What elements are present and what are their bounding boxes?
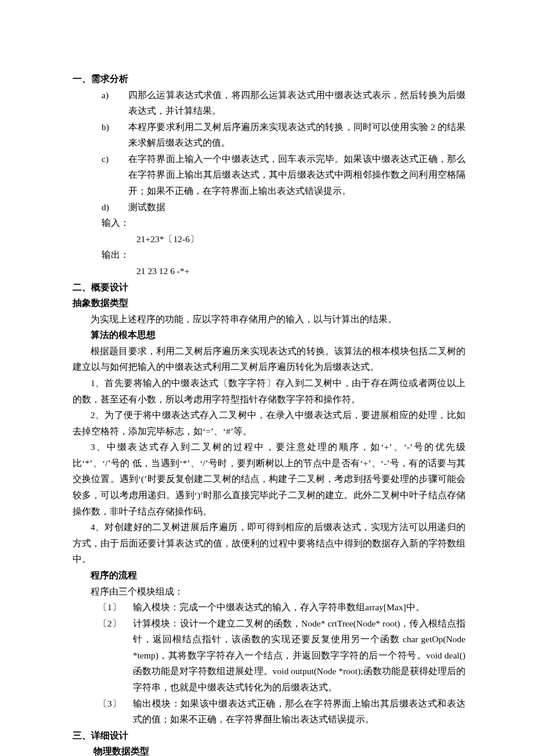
item-marker: 〔2〕 — [98, 615, 133, 696]
list-item: a) 四那么运算表达式求值，将四那么运算表达式用中缀表达式表示，然后转换为后缀表… — [102, 87, 466, 119]
list-item: b) 本程序要求利用二叉树后序遍历来实现表达式的转换，同时可以使用实验 2 的结… — [102, 119, 466, 151]
io-block: 输出： — [73, 247, 466, 263]
section-1-list: a) 四那么运算表达式求值，将四那么运算表达式用中缀表达式表示，然后转换为后缀表… — [73, 87, 466, 215]
paragraph: 根据题目要求，利用二叉树后序遍历来实现表达式的转换。该算法的根本模块包括二叉树的… — [73, 343, 466, 375]
page-footer: 2 / 11 — [0, 711, 534, 726]
item-marker: 〔1〕 — [98, 599, 133, 615]
module-item: 〔2〕 计算模块：设计一个建立二叉树的函数，Node* crtTree(Node… — [73, 615, 466, 696]
item-marker: c) — [102, 151, 128, 199]
paragraph: 1、首先要将输入的中缀表达式〔数字字符〕存入到二叉树中，由于存在两位或者两位以上… — [73, 375, 466, 407]
input-label: 输入： — [102, 215, 466, 231]
module-item: 〔1〕 输入模块：完成一个中缀表达式的输入，存入字符串数组array[Max]中… — [73, 599, 466, 615]
item-marker: a) — [102, 87, 128, 119]
input-value: 21+23*〔12-6〕 — [73, 231, 466, 247]
item-text: 测试数据 — [128, 199, 466, 215]
item-text: 四那么运算表达式求值，将四那么运算表达式用中缀表达式表示，然后转换为后缀表达式，… — [128, 87, 466, 119]
page: 一、需求分析 a) 四那么运算表达式求值，将四那么运算表达式用中缀表达式表示，然… — [0, 0, 534, 756]
list-item: d) 测试数据 — [102, 199, 466, 215]
subsection-flow-title: 程序的流程 — [73, 567, 466, 584]
item-text: 输入模块：完成一个中缀表达式的输入，存入字符串数组array[Max]中。 — [133, 599, 466, 615]
item-text: 计算模块：设计一个建立二叉树的函数，Node* crtTree(Node* ro… — [133, 615, 466, 696]
subsection-algo-title: 算法的根本思想 — [73, 327, 466, 343]
section-2-title: 二、概要设计 — [73, 279, 466, 296]
list-item: c) 在字符界面上输入一个中缀表达式，回车表示完毕。如果该中缀表达式正确，那么在… — [102, 151, 466, 199]
item-text: 在字符界面上输入一个中缀表达式，回车表示完毕。如果该中缀表达式正确，那么在字符界… — [128, 151, 466, 199]
paragraph: 程序由三个模块组成： — [73, 584, 466, 600]
paragraph: 4、对创建好的二叉树进展后序遍历，即可得到相应的后缀表达式，实现方法可以用递归的… — [73, 519, 466, 567]
item-marker: d) — [102, 199, 128, 215]
item-marker: b) — [102, 119, 128, 151]
paragraph: 3、中缀表达式存入到二叉树的过程中，要注意处理的顺序，如‘+’、‘-’号的优先级… — [73, 439, 466, 519]
item-text: 本程序要求利用二叉树后序遍历来实现表达式的转换，同时可以使用实验 2 的结果来求… — [128, 119, 466, 151]
subsection-adt-title: 抽象数据类型 — [73, 295, 466, 311]
subsection-phys-title: 物理数据类型 — [73, 743, 466, 756]
output-label: 输出： — [102, 247, 466, 263]
section-3-title: 三、详细设计 — [73, 728, 466, 744]
paragraph: 2、为了便于将中缀表达式存入二叉树中，在录入中缀表达式后，要进展相应的处理，比如… — [73, 407, 466, 439]
section-1-title: 一、需求分析 — [73, 71, 466, 87]
paragraph: 为实现上述程序的功能，应以字符串存储用户的输入，以与计算出的结果。 — [73, 311, 466, 327]
output-value: 21 23 12 6 -*+ — [73, 263, 466, 279]
io-block: 输入： — [73, 215, 466, 231]
